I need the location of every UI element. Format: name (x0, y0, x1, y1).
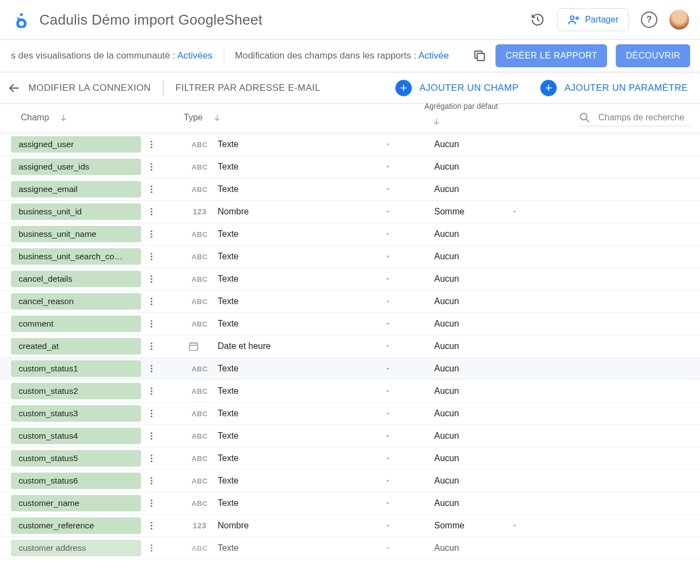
user-avatar[interactable] (669, 10, 689, 30)
chevron-down-icon[interactable] (511, 522, 518, 529)
column-header-champ[interactable]: Champ (21, 113, 68, 123)
row-menu-icon[interactable] (147, 341, 159, 351)
field-name-chip[interactable]: custom_status1 (11, 360, 141, 377)
aggregation-value[interactable]: Aucun (434, 386, 511, 396)
row-menu-icon[interactable] (147, 252, 159, 261)
aggregation-value[interactable]: Aucun (434, 431, 511, 441)
svg-point-73 (151, 550, 153, 552)
field-edit-link[interactable]: Activée (418, 50, 449, 61)
create-report-button[interactable]: CRÉER LE RAPPORT (495, 44, 607, 67)
row-menu-icon[interactable] (147, 139, 159, 149)
row-menu-icon[interactable] (147, 386, 159, 396)
field-name-chip[interactable]: created_at (11, 338, 141, 354)
type-selector[interactable]: Texte (211, 229, 392, 239)
field-name-chip[interactable]: assigned_user_ids (11, 159, 141, 175)
row-menu-icon[interactable] (147, 207, 159, 217)
back-arrow-icon[interactable] (8, 81, 21, 95)
field-name-chip[interactable]: assigned_user (11, 136, 141, 153)
row-menu-icon[interactable] (147, 543, 159, 553)
type-selector[interactable]: Texte (211, 274, 392, 284)
field-name-chip[interactable]: customer_reference (11, 517, 141, 534)
row-menu-icon[interactable] (147, 274, 159, 284)
type-selector[interactable]: Texte (211, 498, 392, 508)
row-menu-icon[interactable] (147, 319, 159, 329)
row-menu-icon[interactable] (147, 453, 159, 463)
row-menu-icon[interactable] (147, 162, 159, 172)
help-icon[interactable]: ? (641, 11, 657, 28)
aggregation-value[interactable]: Aucun (434, 162, 511, 172)
type-selector[interactable]: Texte (211, 139, 392, 149)
row-menu-icon[interactable] (147, 296, 159, 306)
row-menu-icon[interactable] (147, 498, 159, 508)
row-menu-icon[interactable] (147, 476, 159, 486)
field-name-chip[interactable]: customer_name (11, 495, 141, 511)
aggregation-value[interactable]: Somme (434, 207, 511, 217)
aggregation-value[interactable]: Aucun (434, 184, 511, 194)
row-menu-icon[interactable] (147, 521, 159, 531)
history-icon[interactable] (530, 12, 545, 27)
aggregation-value[interactable]: Aucun (434, 543, 511, 553)
field-name-chip[interactable]: customer address (11, 540, 141, 556)
search-fields-input[interactable] (598, 113, 691, 123)
row-menu-icon[interactable] (147, 364, 159, 374)
share-button[interactable]: Partager (557, 8, 629, 31)
aggregation-value[interactable]: Aucun (434, 319, 511, 329)
field-name-chip[interactable]: cancel_details (11, 271, 141, 287)
aggregation-value[interactable]: Aucun (434, 341, 511, 351)
type-selector[interactable]: Texte (211, 184, 392, 194)
field-name-chip[interactable]: comment (11, 316, 141, 332)
row-menu-icon[interactable] (147, 409, 159, 418)
filter-by-email-link[interactable]: FILTRER PAR ADRESSE E-MAIL (176, 83, 320, 94)
aggregation-value[interactable]: Somme (434, 521, 511, 531)
aggregation-value[interactable]: Aucun (434, 498, 511, 508)
type-selector[interactable]: Texte (211, 162, 392, 172)
search-fields[interactable] (579, 109, 691, 126)
type-selector[interactable]: Texte (211, 409, 392, 418)
community-viz-link[interactable]: Activées (177, 50, 212, 61)
aggregation-value[interactable]: Aucun (434, 252, 511, 261)
field-name-chip[interactable]: business_unit_search_co… (11, 248, 141, 265)
type-selector[interactable]: Texte (211, 319, 392, 329)
type-selector[interactable]: Texte (211, 431, 392, 441)
row-menu-icon[interactable] (147, 431, 159, 441)
aggregation-value[interactable]: Aucun (434, 229, 511, 239)
field-name-chip[interactable]: custom_status3 (11, 405, 141, 422)
type-selector[interactable]: Texte (211, 453, 392, 463)
row-menu-icon[interactable] (147, 184, 159, 194)
column-header-type[interactable]: Type (184, 113, 221, 123)
type-selector[interactable]: Texte (211, 364, 392, 374)
type-selector[interactable]: Texte (211, 476, 392, 486)
svg-point-63 (151, 480, 153, 482)
aggregation-value[interactable]: Aucun (434, 274, 511, 284)
aggregation-value[interactable]: Aucun (434, 476, 511, 486)
aggregation-value[interactable]: Aucun (434, 409, 511, 418)
type-selector[interactable]: Nombre (211, 521, 392, 531)
field-name-chip[interactable]: cancel_reason (11, 293, 141, 310)
type-selector[interactable]: Texte (211, 386, 392, 396)
field-name-chip[interactable]: business_unit_id (11, 203, 141, 220)
field-name-chip[interactable]: custom_status2 (11, 383, 141, 399)
add-field-button[interactable]: + AJOUTER UN CHAMP (395, 80, 518, 96)
column-header-aggregation-sort[interactable] (432, 117, 441, 126)
field-name-chip[interactable]: custom_status6 (11, 473, 141, 489)
field-name-chip[interactable]: custom_status5 (11, 450, 141, 467)
aggregation-value[interactable]: Aucun (434, 139, 511, 149)
type-selector[interactable]: Texte (211, 296, 392, 306)
copy-icon[interactable] (472, 49, 487, 63)
add-parameter-button[interactable]: + AJOUTER UN PARAMÈTRE (540, 80, 688, 96)
modify-connection-link[interactable]: MODIFIER LA CONNEXION (28, 83, 151, 94)
type-selector[interactable]: Texte (211, 252, 392, 261)
aggregation-value[interactable]: Aucun (434, 296, 511, 306)
row-menu-icon[interactable] (147, 229, 159, 239)
page-title[interactable]: Cadulis Démo import GoogleSheet (39, 11, 262, 28)
type-selector[interactable]: Texte (211, 543, 392, 553)
field-name-chip[interactable]: assignee_email (11, 181, 141, 197)
aggregation-value[interactable]: Aucun (434, 364, 511, 374)
type-selector[interactable]: Nombre (211, 207, 392, 217)
discover-button[interactable]: DÉCOUVRIR (616, 44, 690, 67)
field-name-chip[interactable]: business_unit_name (11, 226, 141, 242)
aggregation-value[interactable]: Aucun (434, 453, 511, 463)
field-name-chip[interactable]: custom_status4 (11, 428, 141, 444)
type-selector[interactable]: Date et heure (211, 341, 392, 351)
chevron-down-icon[interactable] (511, 208, 518, 216)
